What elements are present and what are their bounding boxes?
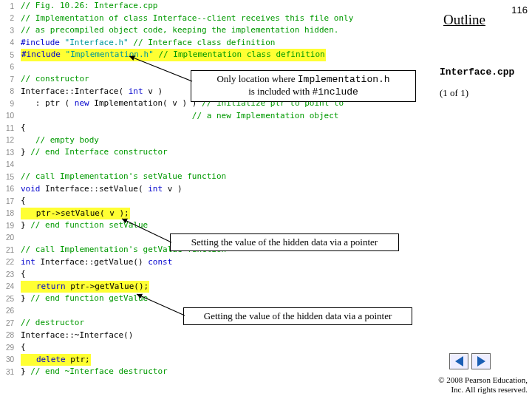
line-number: 23: [0, 270, 16, 279]
line-number: 31: [0, 368, 16, 376]
code-line: 10 // a new Implementation object: [0, 110, 440, 123]
code-line: 25} // end function getValue: [0, 293, 440, 305]
code-line: 19} // end function setValue: [0, 219, 440, 232]
code-line: 15// call Implementation's setValue func…: [0, 171, 440, 183]
code-line: 22int Interface::getValue() const: [0, 256, 440, 269]
code-line: 17{: [0, 195, 440, 208]
source-filename: Interface.cpp: [440, 66, 514, 78]
code-line: 24 return ptr->getValue();: [0, 281, 440, 293]
line-number: 4: [0, 38, 16, 47]
code-line: 18 ptr->setValue( v );: [0, 208, 440, 220]
line-number: 19: [0, 222, 16, 230]
code-content: {: [16, 341, 26, 354]
prev-slide-button[interactable]: [449, 353, 468, 369]
triangle-left-icon: [455, 356, 463, 366]
next-slide-button[interactable]: [471, 353, 491, 369]
code-content: // Fig. 10.26: Interface.cpp: [16, 0, 157, 13]
callout-setvalue: Setting the value of the hidden data via…: [170, 233, 399, 251]
line-number: 6: [0, 63, 16, 71]
outline-heading: Outline: [443, 12, 485, 28]
code-content: int Interface::getValue() const: [16, 256, 172, 269]
line-number: 30: [0, 355, 16, 364]
code-content: // a new Implementation object: [16, 110, 338, 123]
code-content: {: [16, 195, 26, 208]
line-number: 20: [0, 233, 16, 242]
slide-nav: [449, 353, 491, 369]
callout-getvalue: Getting the value of the hidden data via…: [183, 307, 412, 325]
line-number: 1: [0, 2, 16, 10]
line-number: 26: [0, 307, 16, 315]
code-content: {: [16, 268, 26, 281]
code-line: 14: [0, 159, 440, 171]
code-content: Interface::~Interface(): [16, 330, 133, 342]
line-number: 29: [0, 344, 16, 352]
line-number: 27: [0, 319, 16, 327]
page-number: 116: [511, 4, 528, 16]
code-content: // as precompiled object code, keeping t…: [16, 24, 338, 37]
code-line: 11{: [0, 122, 440, 134]
code-content: // Implementation of class Interface--cl…: [16, 13, 353, 25]
line-number: 9: [0, 100, 16, 108]
code-content: #include "Interface.h" // Interface clas…: [16, 37, 275, 50]
code-line: 28Interface::~Interface(): [0, 330, 440, 342]
code-line: 2// Implementation of class Interface--c…: [0, 13, 440, 25]
line-number: 16: [0, 185, 16, 193]
line-number: 3: [0, 27, 16, 35]
code-content: Interface::Interface( int v ): [16, 86, 163, 98]
line-number: 17: [0, 197, 16, 205]
line-number: 21: [0, 246, 16, 254]
code-line: 13} // end Interface constructor: [0, 146, 440, 159]
code-content: return ptr->getValue();: [16, 281, 149, 293]
code-content: } // end function getValue: [16, 293, 148, 305]
line-number: 7: [0, 75, 16, 83]
line-number: 24: [0, 282, 16, 290]
line-number: 2: [0, 14, 16, 22]
line-number: 18: [0, 209, 16, 217]
code-line: 16void Interface::setValue( int v ): [0, 183, 440, 196]
code-content: // call Implementation's setValue functi…: [16, 171, 226, 183]
line-number: 8: [0, 87, 16, 95]
code-content: } // end function setValue: [16, 219, 148, 232]
code-line: 4#include "Interface.h" // Interface cla…: [0, 37, 440, 50]
line-number: 25: [0, 295, 16, 303]
line-number: 12: [0, 136, 16, 144]
code-content: // destructor: [16, 317, 84, 330]
code-line: 3// as precompiled object code, keeping …: [0, 24, 440, 37]
code-content: void Interface::setValue( int v ): [16, 183, 183, 196]
line-number: 14: [0, 160, 16, 168]
line-number: 5: [0, 51, 16, 59]
copyright-notice: © 2008 Pearson Education, Inc. All right…: [438, 375, 528, 395]
line-number: 10: [0, 112, 16, 120]
code-content: ptr->setValue( v );: [16, 208, 130, 220]
code-content: delete ptr;: [16, 354, 91, 366]
line-number: 28: [0, 331, 16, 339]
code-content: // constructor: [16, 73, 89, 86]
code-line: 12 // empty body: [0, 134, 440, 147]
page-of-pages: (1 of 1): [440, 87, 468, 99]
line-number: 11: [0, 124, 16, 132]
line-number: 22: [0, 258, 16, 266]
line-number: 13: [0, 149, 16, 157]
callout-include-location: Only location where Implementation.h is …: [191, 70, 416, 102]
code-line: 29{: [0, 341, 440, 354]
code-line: 1// Fig. 10.26: Interface.cpp: [0, 0, 440, 13]
line-number: 15: [0, 173, 16, 181]
triangle-right-icon: [477, 356, 485, 366]
code-content: // empty body: [16, 134, 99, 147]
code-line: 30 delete ptr;: [0, 354, 440, 366]
code-content: } // end Interface constructor: [16, 146, 168, 159]
code-line: 31} // end ~Interface destructor: [0, 366, 440, 378]
code-line: 23{: [0, 268, 440, 281]
code-content: {: [16, 122, 26, 134]
code-content: } // end ~Interface destructor: [16, 366, 168, 378]
code-line: 5#include "Implementation.h" // Implemen…: [0, 49, 440, 61]
code-content: #include "Implementation.h" // Implement…: [16, 49, 326, 61]
